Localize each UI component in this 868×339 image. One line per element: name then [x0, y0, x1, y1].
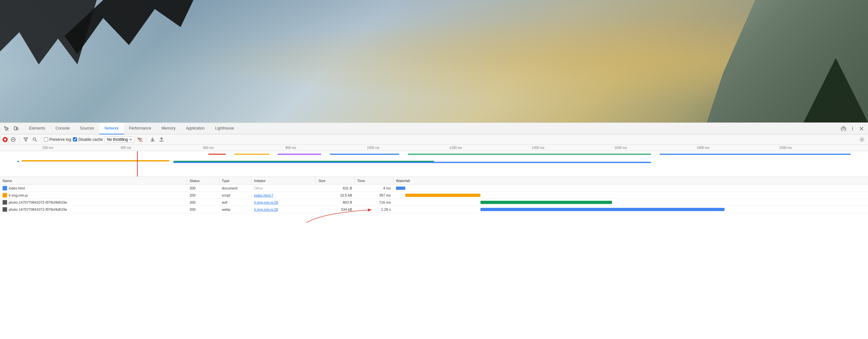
ruler-2000: 2000 ms — [779, 146, 792, 149]
table-row[interactable]: photo-1470770841072-f978cf4d019e 200 avi… — [0, 199, 868, 206]
img-file-icon-webp — [3, 207, 7, 212]
cell-name-webp: photo-1470770841072-f978cf4d019e — [0, 206, 187, 213]
cell-status-js: 200 — [187, 192, 219, 199]
svg-point-10 — [33, 138, 36, 140]
cell-initiator-js[interactable]: index.html:7 — [251, 192, 316, 199]
preserve-log-checkbox[interactable] — [44, 137, 48, 141]
header-type[interactable]: Type — [219, 177, 251, 184]
annotation-area — [0, 213, 868, 232]
cell-waterfall-js — [393, 192, 868, 199]
cell-status-html: 200 — [187, 184, 219, 192]
throttle-dropdown-arrow — [129, 138, 132, 141]
tab-lighthouse[interactable]: Lighthouse — [210, 123, 239, 134]
export-har-icon[interactable] — [149, 136, 156, 143]
network-toolbar: Preserve log Disable cache No throttling — [0, 134, 868, 145]
waterfall-marker-blue-short — [330, 154, 399, 155]
tab-sources[interactable]: Sources — [75, 123, 99, 134]
devtools-panel: Elements Console Sources Network Perform… — [0, 123, 868, 339]
device-toolbar-icon[interactable] — [12, 125, 20, 132]
cell-name-html: index.html — [0, 184, 187, 192]
timeline-waterfall — [0, 151, 868, 177]
more-options-icon[interactable] — [849, 125, 857, 132]
cell-waterfall-avif — [393, 199, 868, 206]
close-devtools-icon[interactable] — [858, 125, 865, 132]
header-initiator[interactable]: Initiator — [251, 177, 316, 184]
ruler-1200: 1200 ms — [450, 146, 462, 149]
cell-size-html: 631 B — [316, 184, 355, 192]
table-row[interactable]: index.html 200 document Other 631 B 4 ms — [0, 184, 868, 192]
ruler-200: 200 ms — [42, 146, 53, 149]
svg-rect-1 — [14, 127, 17, 130]
toolbar-separator-3 — [146, 137, 146, 142]
waterfall-bar-js — [22, 160, 169, 162]
table-row[interactable]: photo-1470770841072-f978cf4d019e 200 web… — [0, 206, 868, 213]
waterfall-js-bar — [405, 194, 480, 197]
size-annotation-arrow — [290, 203, 419, 229]
search-icon[interactable] — [31, 136, 38, 143]
tab-application[interactable]: Application — [181, 123, 210, 134]
ruler-800: 800 ms — [285, 146, 296, 149]
waterfall-marker-green — [408, 154, 651, 155]
header-name[interactable]: Name — [0, 177, 187, 184]
header-waterfall[interactable]: Waterfall — [393, 177, 868, 184]
dcl-marker — [137, 151, 138, 177]
header-size[interactable]: Size — [316, 177, 355, 184]
tab-bar: Elements Console Sources Network Perform… — [0, 123, 868, 134]
preserve-log-toggle[interactable]: Preserve log — [44, 137, 71, 142]
import-har-icon[interactable] — [158, 136, 165, 143]
cell-initiator-html: Other — [251, 184, 316, 192]
cell-waterfall-webp — [393, 206, 868, 213]
cell-time-html: 4 ms — [355, 184, 393, 192]
waterfall-html-bar — [396, 187, 405, 190]
cell-type-html: document — [219, 184, 251, 192]
tab-network[interactable]: Network — [99, 123, 124, 134]
tab-bar-left-icons — [3, 125, 20, 132]
stop-recording-button[interactable] — [3, 137, 8, 142]
table-row[interactable]: lr-img.min.js 200 script index.html:7 10… — [0, 192, 868, 199]
wifi-throttle-icon[interactable] — [136, 136, 144, 143]
disable-cache-checkbox[interactable] — [73, 137, 77, 141]
html-file-icon — [3, 186, 7, 191]
cell-type-webp: webp — [219, 206, 251, 213]
waterfall-bar-webp — [174, 162, 651, 163]
throttle-dropdown[interactable]: No throttling — [105, 136, 135, 143]
svg-point-4 — [852, 128, 853, 129]
cell-type-js: script — [219, 192, 251, 199]
cell-time-js: 397 ms — [355, 192, 393, 199]
svg-line-11 — [35, 140, 37, 141]
tab-console[interactable]: Console — [50, 123, 75, 134]
network-table: Name Status Type Initiator Size Time Wat… — [0, 177, 868, 339]
cell-name-js: lr-img.min.js — [0, 192, 187, 199]
ruler-1600: 1600 ms — [615, 146, 627, 149]
cell-waterfall-html — [393, 184, 868, 192]
waterfall-marker-red — [208, 154, 226, 155]
filter-icon[interactable] — [22, 136, 29, 143]
ruler-1000: 1000 ms — [367, 146, 379, 149]
waterfall-bar-html — [18, 161, 19, 162]
clear-icon[interactable] — [10, 136, 17, 143]
tab-performance[interactable]: Performance — [124, 123, 156, 134]
cell-type-avif: avif — [219, 199, 251, 206]
ruler-400: 400 ms — [121, 146, 131, 149]
cell-status-avif: 200 — [187, 199, 219, 206]
js-file-icon — [3, 193, 7, 198]
table-body: index.html 200 document Other 631 B 4 ms… — [0, 184, 868, 339]
disable-cache-toggle[interactable]: Disable cache — [73, 137, 102, 142]
tab-memory[interactable]: Memory — [156, 123, 181, 134]
img-file-icon-avif — [3, 200, 7, 205]
inspect-element-icon[interactable] — [3, 125, 10, 132]
network-settings-icon[interactable] — [858, 136, 865, 143]
header-status[interactable]: Status — [187, 177, 219, 184]
settings-icon[interactable] — [840, 125, 847, 132]
cell-size-js: 10.5 kB — [316, 192, 355, 199]
ruler-1400: 1400 ms — [532, 146, 544, 149]
tab-elements[interactable]: Elements — [24, 123, 50, 134]
toolbar-separator-1 — [19, 137, 20, 142]
toolbar-right-section — [858, 136, 865, 143]
ruler-600: 600 ms — [203, 146, 214, 149]
waterfall-marker-blue-long — [660, 154, 850, 155]
cell-status-webp: 200 — [187, 206, 219, 213]
svg-point-5 — [852, 129, 853, 130]
tab-bar-right — [840, 125, 865, 132]
header-time[interactable]: Time — [355, 177, 393, 184]
